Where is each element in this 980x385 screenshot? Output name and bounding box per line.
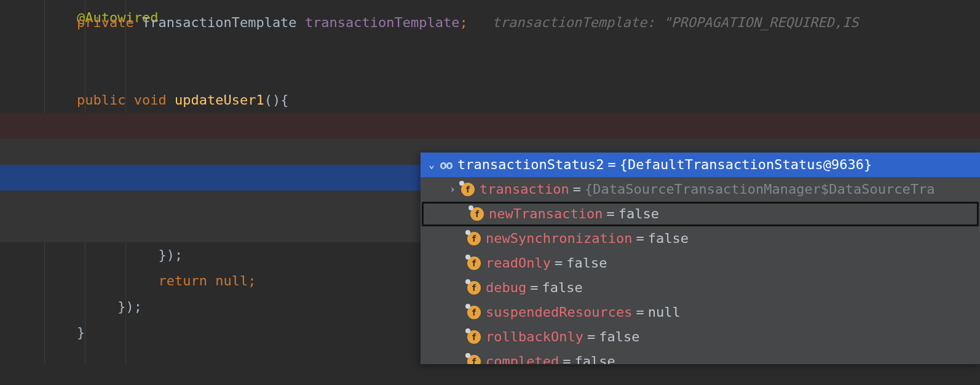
watch-icon: oo [439,158,452,172]
debug-row[interactable]: f completed = false [421,349,980,364]
debug-row[interactable]: f newSynchronization = false [421,226,980,251]
var-name: debug [486,276,526,300]
field-icon: f [467,256,481,270]
debug-row-header[interactable]: ⌄ oo transactionStatus2 = {DefaultTransa… [421,153,980,177]
code-editor[interactable]: @Autowired private TransactionTemplate t… [0,0,980,364]
var-name: readOnly [486,251,551,276]
close-brace: } [77,325,85,340]
debug-row-highlighted[interactable]: f newTransaction = false [422,202,979,226]
eq: = [587,325,595,349]
debug-variable-popup[interactable]: ⌄ oo transactionStatus2 = {DefaultTransa… [421,153,980,364]
var-value: false [542,276,582,300]
code-line-blank[interactable] [0,10,980,36]
var-name: transactionStatus2 [457,153,604,177]
code-line[interactable]: private TransactionTemplate transactionT… [0,0,980,10]
debug-row[interactable]: f rollbackOnly = false [421,325,980,349]
code-line-blank[interactable] [0,36,980,62]
debug-row[interactable]: f readOnly = false [421,251,980,276]
var-name: newTransaction [489,202,603,226]
var-value: false [599,325,639,349]
var-value: false [574,349,615,364]
field-icon: f [467,306,481,319]
debug-row[interactable]: f debug = false [421,276,980,300]
field-icon: f [467,281,481,295]
eq: = [563,349,571,364]
var-value: {DefaultTransactionStatus@9636} [620,153,872,177]
field-icon: f [467,330,481,344]
eq: = [636,226,644,251]
var-value: false [648,226,689,251]
code-line[interactable]: transactionTemplate.execute(transactionS… [0,87,980,113]
code-line[interactable]: public void updateUser1(){ [0,62,980,87]
eq: = [636,300,644,325]
var-name: completed [486,349,559,364]
debug-row[interactable]: f suspendedResources = null [421,300,980,325]
var-value: false [618,202,659,226]
chevron-down-icon[interactable]: ⌄ [425,153,438,177]
var-name: suspendedResources [486,300,632,325]
eq: = [530,276,538,300]
field-icon: f [470,207,484,221]
field-icon: f [461,183,475,196]
var-value: null [648,300,681,325]
eq: = [555,251,563,276]
eq: = [607,153,615,177]
debug-row[interactable]: › f transaction = {DataSourceTransaction… [421,177,980,202]
var-value: {DataSourceTransactionManager$DataSource… [585,177,935,202]
field-icon: f [467,232,481,245]
field-icon: f [467,355,481,364]
var-value: false [566,251,607,276]
eq: = [573,177,581,202]
var-name: transaction [480,177,569,202]
var-name: rollbackOnly [486,325,583,349]
code-line-breakpoint[interactable]: userInfoDAO.updateUserName( id: transact… [0,113,980,139]
var-name: newSynchronization [486,226,632,251]
eq: = [606,202,614,226]
chevron-right-icon[interactable]: › [446,177,459,202]
